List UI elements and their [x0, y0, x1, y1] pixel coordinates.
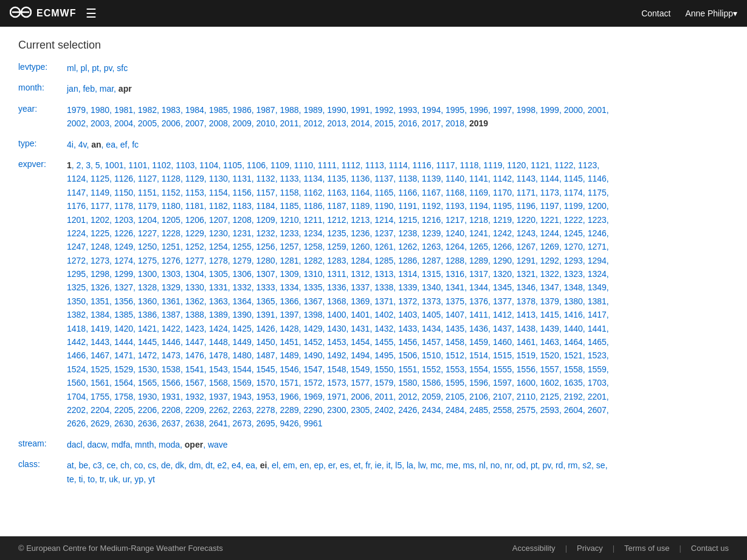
- expver-1347[interactable]: 1347: [540, 282, 559, 292]
- expver-1577[interactable]: 1577: [351, 378, 370, 388]
- expver-1471[interactable]: 1471: [114, 350, 133, 360]
- expver-1492[interactable]: 1492: [327, 350, 346, 360]
- year-2016[interactable]: 2016: [398, 118, 417, 128]
- expver-1489[interactable]: 1489: [280, 350, 298, 360]
- expver-1400[interactable]: 1400: [327, 310, 346, 319]
- expver-1422[interactable]: 1422: [162, 324, 181, 333]
- expver-1266[interactable]: 1266: [493, 242, 512, 251]
- year-1988[interactable]: 1988: [280, 105, 298, 115]
- year-2015[interactable]: 2015: [374, 118, 393, 128]
- expver-1389[interactable]: 1389: [209, 310, 228, 319]
- expver-2110[interactable]: 2110: [517, 392, 535, 401]
- expver-1309[interactable]: 1309: [280, 269, 298, 279]
- expver-1184[interactable]: 1184: [256, 201, 275, 211]
- expver-1294[interactable]: 1294: [588, 256, 607, 265]
- expver-1119[interactable]: 1119: [483, 160, 502, 170]
- expver-1196[interactable]: 1196: [517, 201, 535, 211]
- expver-1490[interactable]: 1490: [303, 350, 322, 360]
- expver-1214[interactable]: 1214: [374, 215, 393, 225]
- expver-1529[interactable]: 1529: [114, 364, 133, 374]
- expver-1168[interactable]: 1168: [446, 188, 464, 197]
- class-dt[interactable]: dt: [205, 460, 213, 470]
- year-1985[interactable]: 1985: [209, 105, 228, 115]
- expver-1327[interactable]: 1327: [114, 282, 133, 292]
- expver-2638[interactable]: 2638: [185, 418, 204, 428]
- expver-1337[interactable]: 1337: [351, 282, 370, 292]
- expver-1362[interactable]: 1362: [185, 296, 204, 306]
- expver-1141[interactable]: 1141: [469, 174, 488, 183]
- expver-1321[interactable]: 1321: [517, 269, 535, 279]
- expver-1320[interactable]: 1320: [493, 269, 512, 279]
- expver-2125[interactable]: 2125: [540, 392, 559, 401]
- expver-1101[interactable]: 1101: [128, 160, 147, 170]
- expver-1166[interactable]: 1166: [398, 188, 417, 197]
- expver-2278[interactable]: 2278: [256, 405, 275, 415]
- expver-1551[interactable]: 1551: [398, 364, 417, 374]
- expver-1314[interactable]: 1314: [398, 269, 417, 279]
- expver-1221[interactable]: 1221: [540, 215, 559, 225]
- expver-1307[interactable]: 1307: [256, 269, 275, 279]
- expver-1421[interactable]: 1421: [138, 324, 157, 333]
- expver-1269[interactable]: 1269: [540, 242, 559, 251]
- expver-1286[interactable]: 1286: [398, 256, 417, 265]
- expver-2106[interactable]: 2106: [469, 392, 488, 401]
- year-1981[interactable]: 1981: [114, 105, 133, 115]
- class-ti[interactable]: ti: [78, 474, 83, 484]
- expver-1151[interactable]: 1151: [138, 188, 157, 197]
- expver-1402[interactable]: 1402: [374, 310, 393, 319]
- expver-1334[interactable]: 1334: [280, 282, 298, 292]
- expver-2637[interactable]: 2637: [162, 418, 181, 428]
- expver-1111[interactable]: 1111: [318, 160, 337, 170]
- stream-dacw[interactable]: dacw: [87, 440, 106, 449]
- expver-1235[interactable]: 1235: [327, 228, 346, 238]
- class-se[interactable]: se: [596, 460, 605, 470]
- expver-1287[interactable]: 1287: [422, 256, 441, 265]
- expver-1189[interactable]: 1189: [351, 201, 370, 211]
- year-1980[interactable]: 1980: [91, 105, 109, 115]
- expver-1114[interactable]: 1114: [389, 160, 408, 170]
- expver-1548[interactable]: 1548: [327, 364, 346, 374]
- expver-1212[interactable]: 1212: [327, 215, 346, 225]
- expver-1311[interactable]: 1311: [327, 269, 346, 279]
- expver-1755[interactable]: 1755: [91, 392, 109, 401]
- year-1982[interactable]: 1982: [138, 105, 157, 115]
- expver-1758[interactable]: 1758: [114, 392, 133, 401]
- class-es[interactable]: es: [340, 460, 349, 470]
- expver-1428[interactable]: 1428: [280, 324, 298, 333]
- expver-2558[interactable]: 2558: [493, 405, 512, 415]
- expver-1472[interactable]: 1472: [138, 350, 157, 360]
- expver-1473[interactable]: 1473: [162, 350, 181, 360]
- expver-1227[interactable]: 1227: [138, 228, 157, 238]
- expver-1417[interactable]: 1417: [588, 310, 607, 319]
- expver-1139[interactable]: 1139: [422, 174, 441, 183]
- expver-1112[interactable]: 1112: [342, 160, 360, 170]
- expver-2206[interactable]: 2206: [138, 405, 157, 415]
- expver-1202[interactable]: 1202: [91, 215, 109, 225]
- expver-1129[interactable]: 1129: [185, 174, 204, 183]
- year-1998[interactable]: 1998: [517, 105, 535, 115]
- expver-1361[interactable]: 1361: [162, 296, 181, 306]
- expver-1464[interactable]: 1464: [564, 337, 583, 347]
- expver-1185[interactable]: 1185: [280, 201, 298, 211]
- expver-1373[interactable]: 1373: [422, 296, 441, 306]
- expver-1561[interactable]: 1561: [91, 378, 109, 388]
- expver-1263[interactable]: 1263: [422, 242, 441, 251]
- expver-1247[interactable]: 1247: [67, 242, 86, 251]
- expver-1284[interactable]: 1284: [351, 256, 370, 265]
- expver-1109[interactable]: 1109: [270, 160, 289, 170]
- logo[interactable]: ECMWF: [10, 5, 76, 22]
- expver-1953[interactable]: 1953: [256, 392, 275, 401]
- expver-1252[interactable]: 1252: [185, 242, 204, 251]
- expver-1283[interactable]: 1283: [327, 256, 346, 265]
- expver-1138[interactable]: 1138: [398, 174, 417, 183]
- expver-1635[interactable]: 1635: [564, 378, 583, 388]
- expver-1566[interactable]: 1566: [162, 378, 181, 388]
- type-4i[interactable]: 4i: [67, 140, 74, 149]
- year-2012[interactable]: 2012: [303, 118, 322, 128]
- expver-2630[interactable]: 2630: [114, 418, 133, 428]
- expver-2192[interactable]: 2192: [564, 392, 583, 401]
- month-jan[interactable]: jan: [67, 84, 78, 94]
- expver-1360[interactable]: 1360: [138, 296, 157, 306]
- expver-1317[interactable]: 1317: [469, 269, 488, 279]
- expver-2673[interactable]: 2673: [233, 418, 252, 428]
